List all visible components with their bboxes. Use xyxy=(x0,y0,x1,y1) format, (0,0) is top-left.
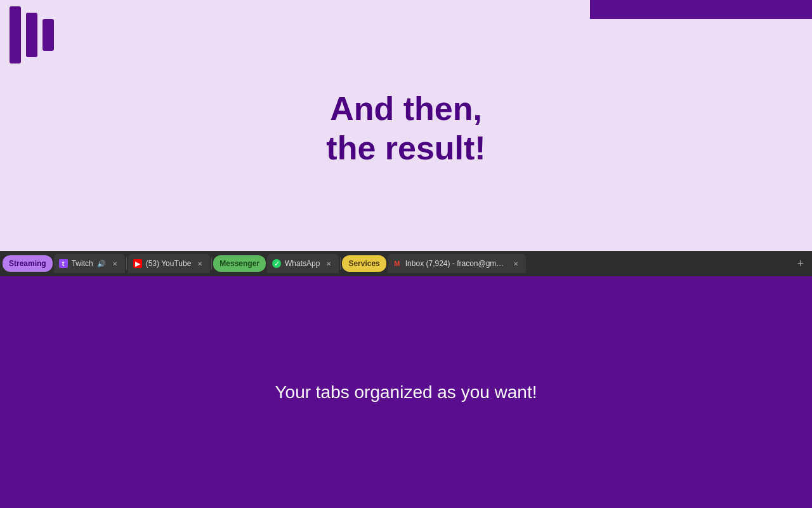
youtube-close-button[interactable]: ✕ xyxy=(195,258,205,269)
tab-twitch[interactable]: t Twitch 🔊 ✕ xyxy=(54,254,125,273)
browser-tab-bar: Streaming t Twitch 🔊 ✕ ▶ (53) YouTube ✕ … xyxy=(0,251,812,276)
top-right-decoration xyxy=(590,0,812,19)
tab-youtube[interactable]: ▶ (53) YouTube ✕ xyxy=(128,254,211,273)
services-group-label: Services xyxy=(348,259,379,268)
gmail-close-button[interactable]: ✕ xyxy=(511,258,521,269)
streaming-group-label: Streaming xyxy=(9,259,46,268)
messenger-group-label: Messenger xyxy=(219,259,259,268)
bottom-section: Your tabs organized as you want! xyxy=(0,276,812,508)
twitch-favicon-icon: t xyxy=(59,259,68,268)
gmail-favicon-icon: M xyxy=(393,259,402,268)
heading-line1: And then, xyxy=(330,90,482,127)
youtube-favicon-icon: ▶ xyxy=(133,259,142,268)
heading-text: And then, the result! xyxy=(0,89,812,168)
main-heading: And then, the result! xyxy=(0,89,812,168)
tab-group-streaming[interactable]: Streaming xyxy=(3,255,53,272)
tab-separator-1 xyxy=(126,257,127,270)
logo-bar-2 xyxy=(26,13,37,57)
logo-bar-1 xyxy=(10,6,21,64)
twitch-tab-title: Twitch xyxy=(72,259,93,268)
new-tab-button[interactable]: + xyxy=(792,255,809,272)
tab-group-services[interactable]: Services xyxy=(342,255,386,272)
twitch-audio-icon: 🔊 xyxy=(97,260,106,268)
gmail-tab-title: Inbox (7,924) - fracon@gmail.com xyxy=(405,259,507,268)
top-section: And then, the result! xyxy=(0,0,812,251)
tab-gmail[interactable]: M Inbox (7,924) - fracon@gmail.com ✕ xyxy=(388,254,526,273)
whatsapp-tab-title: WhatsApp xyxy=(285,259,320,268)
logo-bar-3 xyxy=(43,19,54,51)
whatsapp-favicon-icon: ✓ xyxy=(272,259,281,268)
tab-separator-2 xyxy=(211,257,212,270)
tab-group-messenger[interactable]: Messenger xyxy=(213,255,266,272)
new-tab-icon: + xyxy=(797,257,804,271)
tab-whatsapp[interactable]: ✓ WhatsApp ✕ xyxy=(267,254,339,273)
bottom-tagline: Your tabs organized as you want! xyxy=(275,382,537,403)
youtube-tab-title: (53) YouTube xyxy=(146,259,192,268)
tab-separator-3 xyxy=(340,257,341,270)
logo-area xyxy=(0,0,63,70)
twitch-close-button[interactable]: ✕ xyxy=(110,258,120,269)
whatsapp-close-button[interactable]: ✕ xyxy=(324,258,334,269)
heading-line2: the result! xyxy=(326,130,485,166)
